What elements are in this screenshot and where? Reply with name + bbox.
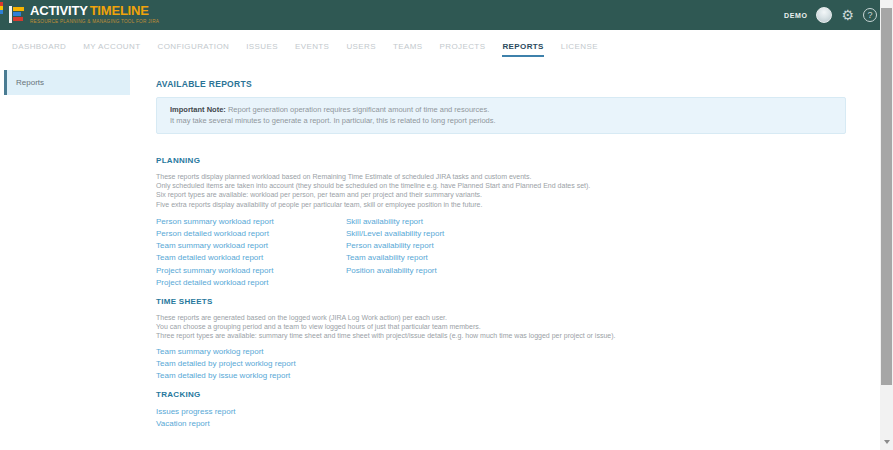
brand-activity-text: ACTIVITY: [30, 3, 88, 18]
link-project-summary-workload[interactable]: Project summary workload report: [156, 265, 346, 277]
planning-desc-line: Only scheduled items are taken into acco…: [156, 181, 846, 190]
planning-desc-line: Six report types are available: workload…: [156, 190, 846, 199]
tab-users[interactable]: USERS: [346, 36, 376, 57]
link-person-detailed-workload[interactable]: Person detailed workload report: [156, 228, 346, 240]
tab-my-account[interactable]: MY ACCOUNT: [83, 36, 140, 57]
scrollbar-thumb[interactable]: [881, 8, 892, 385]
reports-content: AVAILABLE REPORTS Important Note: Report…: [156, 79, 846, 431]
app-window: ACTIVITYTIMELINE RESOURCE PLANNING & MAN…: [0, 0, 893, 450]
tab-teams[interactable]: TEAMS: [393, 36, 423, 57]
link-team-detailed-issue-worklog[interactable]: Team detailed by issue worklog report: [156, 370, 846, 382]
tab-dashboard[interactable]: DASHBOARD: [12, 36, 66, 57]
brand-block: ACTIVITYTIMELINE RESOURCE PLANNING & MAN…: [30, 3, 196, 25]
tracking-heading: TRACKING: [156, 390, 846, 399]
section-time-sheets: TIME SHEETS These reports are generated …: [156, 297, 846, 382]
tab-issues[interactable]: ISSUES: [246, 36, 278, 57]
scrollbar-down-arrow-icon[interactable]: [884, 440, 890, 444]
main-nav: DASHBOARD MY ACCOUNT CONFIGURATION ISSUE…: [0, 30, 880, 59]
user-avatar[interactable]: [816, 7, 832, 23]
link-skill-availability[interactable]: Skill availability report: [346, 216, 444, 228]
link-team-detailed-project-worklog[interactable]: Team detailed by project worklog report: [156, 358, 846, 370]
note-text-2: It may take several minutes to generate …: [170, 116, 832, 127]
page-title: AVAILABLE REPORTS: [156, 79, 846, 89]
user-name-label: DEMO: [784, 12, 807, 19]
link-vacation-report[interactable]: Vacation report: [156, 418, 846, 430]
tab-configuration[interactable]: CONFIGURATION: [157, 36, 229, 57]
tab-license[interactable]: LICENSE: [561, 36, 598, 57]
section-tracking: TRACKING Issues progress report Vacation…: [156, 390, 846, 430]
timeline-logo-icon: [9, 6, 25, 24]
note-label: Important Note:: [170, 105, 226, 114]
planning-description: These reports display planned workload b…: [156, 172, 846, 209]
app-header: ACTIVITYTIMELINE RESOURCE PLANNING & MAN…: [0, 0, 893, 30]
sidebar-item-reports[interactable]: Reports: [4, 70, 130, 95]
tab-projects[interactable]: PROJECTS: [440, 36, 486, 57]
time-sheets-description: These reports are generated based on the…: [156, 313, 846, 341]
time-sheets-heading: TIME SHEETS: [156, 297, 846, 306]
tab-reports[interactable]: REPORTS: [502, 36, 543, 57]
link-team-summary-worklog[interactable]: Team summary worklog report: [156, 346, 846, 358]
vertical-scrollbar[interactable]: [880, 0, 893, 450]
link-team-availability[interactable]: Team availability report: [346, 252, 444, 264]
tracking-links: Issues progress report Vacation report: [156, 406, 846, 430]
planning-heading: PLANNING: [156, 156, 846, 165]
brand-title: ACTIVITYTIMELINE: [30, 3, 196, 18]
time-sheets-desc-line: Three report types are available: summar…: [156, 331, 846, 340]
note-line-1: Important Note: Report generation operat…: [170, 105, 832, 116]
planning-desc-line: Five extra reports display availability …: [156, 200, 846, 209]
link-team-detailed-workload[interactable]: Team detailed workload report: [156, 252, 346, 264]
section-planning: PLANNING These reports display planned w…: [156, 156, 846, 289]
brand-timeline-text: TIMELINE: [90, 3, 149, 18]
settings-gear-icon[interactable]: ⚙: [841, 8, 854, 22]
brand-tagline: RESOURCE PLANNING & MANAGING TOOL FOR JI…: [30, 19, 159, 24]
note-text-1: Report generation operation requires sig…: [228, 105, 489, 114]
link-person-availability[interactable]: Person availability report: [346, 240, 444, 252]
link-team-summary-workload[interactable]: Team summary workload report: [156, 240, 346, 252]
header-right-controls: DEMO ⚙ ?: [784, 0, 877, 30]
link-position-availability[interactable]: Position availability report: [346, 265, 444, 277]
planning-desc-line: These reports display planned workload b…: [156, 172, 846, 181]
link-issues-progress[interactable]: Issues progress report: [156, 406, 846, 418]
planning-links-right: Skill availability report Skill/Level av…: [346, 216, 444, 289]
link-skill-level-availability[interactable]: Skill/Level availability report: [346, 228, 444, 240]
planning-links-left: Person summary workload report Person de…: [156, 216, 346, 289]
help-icon[interactable]: ?: [863, 8, 877, 22]
important-note-box: Important Note: Report generation operat…: [156, 97, 846, 134]
time-sheets-desc-line: These reports are generated based on the…: [156, 313, 846, 322]
tab-events[interactable]: EVENTS: [295, 36, 329, 57]
time-sheets-desc-line: You can choose a grouping period and a t…: [156, 322, 846, 331]
link-project-detailed-workload[interactable]: Project detailed workload report: [156, 277, 346, 289]
planning-links: Person summary workload report Person de…: [156, 216, 846, 289]
left-edge-logo-artifact: [0, 2, 3, 14]
time-sheets-links: Team summary worklog report Team detaile…: [156, 346, 846, 383]
link-person-summary-workload[interactable]: Person summary workload report: [156, 216, 346, 228]
